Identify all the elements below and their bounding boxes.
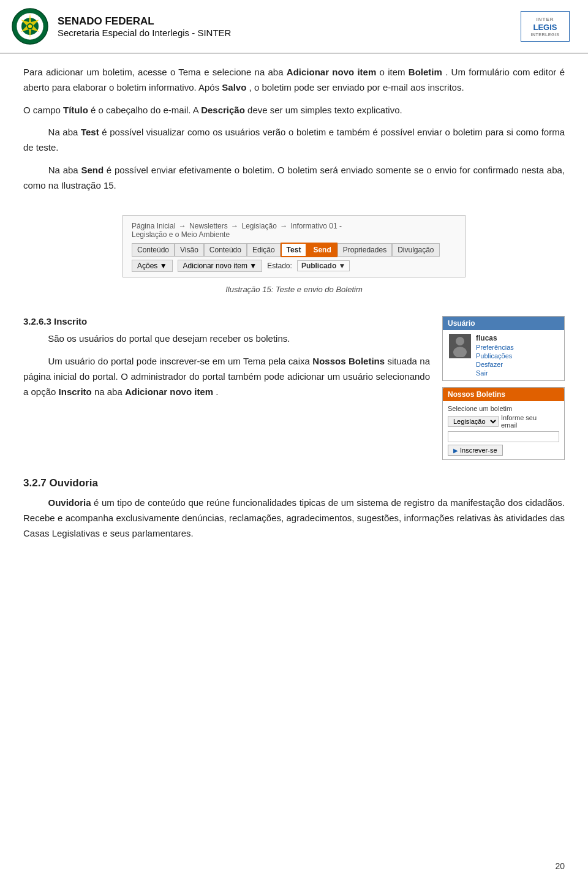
tab-edicao[interactable]: Edição (247, 243, 281, 257)
p2-text-3: deve ser um simples texto explicativo. (247, 105, 402, 115)
p3-bold-test: Test (81, 127, 99, 137)
state-value[interactable]: Publicado ▼ (297, 260, 350, 271)
tab-conteudo-1[interactable]: Conteúdo (132, 243, 175, 257)
breadcrumb-arrow-3: → (280, 222, 289, 230)
p2-bold-titulo: Título (63, 105, 88, 115)
svg-point-7 (453, 347, 467, 357)
breadcrumb-bar: Página Inicial → Newsletters → Legislaçã… (132, 222, 456, 239)
s326-bold-nossos-boletins: Nossos Boletins (312, 356, 385, 366)
page-header: SENADO FEDERAL Secretaria Especial do In… (0, 0, 588, 54)
avatar-icon (451, 335, 469, 357)
user-link-preferencias[interactable]: Preferências (476, 344, 514, 351)
main-content: Para adicionar um boletim, acesse o Tema… (0, 65, 588, 541)
boletins-body: Selecione um boletim Legislação Informe … (443, 401, 564, 459)
user-link-desfazer[interactable]: Desfazer (476, 361, 514, 368)
paragraph-4: Na aba Send é possível enviar efetivamen… (23, 163, 565, 194)
boletins-email-input[interactable] (448, 431, 559, 442)
illustration-15-container: Página Inicial → Newsletters → Legislaçã… (23, 200, 565, 305)
header-title-main: SENADO FEDERAL (58, 15, 231, 28)
p4-text-1: Na aba (48, 165, 81, 175)
p1-bold-salvo: Salvo (222, 82, 246, 92)
boletins-select-label: Selecione um boletim (448, 405, 559, 412)
boletins-widget: Nossos Boletins Selecione um boletim Leg… (442, 387, 565, 460)
boletins-header: Nossos Boletins (443, 388, 564, 401)
header-titles: SENADO FEDERAL Secretaria Especial do In… (58, 15, 231, 38)
section-327-p1: Ouvidoria é um tipo de conteúdo que reún… (23, 496, 565, 541)
header-left: SENADO FEDERAL Secretaria Especial do In… (11, 7, 231, 45)
tab-conteudo-2[interactable]: Conteúdo (204, 243, 247, 257)
s326-bold-inscrito: Inscrito (59, 386, 92, 397)
p4-text-2: é possível enviar efetivamente o boletim… (23, 165, 565, 190)
state-label: Estado: (267, 262, 292, 270)
user-widget-header: Usuário (443, 317, 564, 330)
svg-point-5 (28, 24, 32, 28)
svg-point-6 (456, 337, 464, 345)
interlegis-bottom-text: INTERLEGIS (530, 32, 559, 37)
tab-bar: Conteúdo Visão Conteúdo Edição Test Send… (132, 243, 456, 257)
s326-p1-text: São os usuários do portal que desejam re… (48, 333, 290, 344)
user-widget-body: flucas Preferências Publicações Desfazer… (443, 330, 564, 380)
tab-test[interactable]: Test (281, 243, 307, 257)
header-title-sub: Secretaria Especial do Interlegis - SINT… (58, 28, 231, 38)
breadcrumb-arrow-2: → (231, 222, 240, 230)
user-link-sair[interactable]: Sair (476, 369, 514, 377)
senado-logo (11, 7, 49, 45)
breadcrumb-arrow-1: → (179, 222, 188, 230)
boletins-subscribe-label: Inscrever-se (460, 447, 497, 454)
section-326: 3.2.6.3 Inscrito São os usuários do port… (23, 316, 565, 460)
paragraph-2: O campo Título é o cabeçalho do e-mail. … (23, 103, 565, 118)
p2-bold-descricao: Descrição (201, 105, 245, 115)
s326-p2-text-4: . (216, 386, 218, 397)
user-avatar (449, 334, 471, 358)
boletins-subscribe-btn[interactable]: ▶ Inscrever-se (448, 445, 503, 456)
interlegis-top-text: INTER (537, 17, 554, 22)
page-number: 20 (555, 861, 565, 871)
breadcrumb-home: Página Inicial (132, 222, 175, 230)
boletins-select[interactable]: Legislação (448, 416, 499, 427)
tab-divulgacao[interactable]: Divulgação (392, 243, 439, 257)
breadcrumb-subtitle: Legislação e o Meio Ambiente (132, 230, 230, 239)
section-326-heading: 3.2.6.3 Inscrito (23, 316, 430, 326)
breadcrumb-newsletters: Newsletters (189, 222, 228, 230)
section-326-p2: Um usuário do portal pode inscrever-se e… (23, 354, 430, 399)
user-links: flucas Preferências Publicações Desfazer… (476, 334, 514, 377)
p1-bold-boletim: Boletim (409, 67, 442, 77)
s326-p2-text-1: Um usuário do portal pode inscrever-se e… (48, 356, 312, 366)
paragraph-3: Na aba Test é possível visualizar como o… (23, 125, 565, 156)
s327-p1-text: é um tipo de conteúdo que reúne funciona… (23, 497, 565, 538)
interlegis-mid-text: LEGIS (533, 23, 557, 32)
p1-text-4: , o boletim pode ser enviado por e-mail … (249, 82, 464, 92)
section-326-sidebar: Usuário flucas Preferências Publicações … (442, 316, 565, 460)
illustration-15-box: Página Inicial → Newsletters → Legislaçã… (123, 215, 466, 277)
section-327: 3.2.7 Ouvidoria Ouvidoria é um tipo de c… (23, 477, 565, 541)
p4-bold-send: Send (81, 165, 104, 175)
interlegis-logo: INTER LEGIS INTERLEGIS (521, 11, 570, 42)
p3-text-2: é possível visualizar como os usuários v… (23, 127, 565, 153)
user-name: flucas (476, 334, 514, 342)
section-327-heading: 3.2.7 Ouvidoria (23, 477, 565, 489)
breadcrumb-informativo: Informativo 01 - (291, 222, 342, 230)
user-link-publicacoes[interactable]: Publicações (476, 352, 514, 360)
user-widget: Usuário flucas Preferências Publicações … (442, 316, 565, 381)
tab-visao[interactable]: Visão (175, 243, 204, 257)
breadcrumb-legislacao: Legislação (241, 222, 276, 230)
illustration-caption: Ilustração 15: Teste e envio do Boletim (225, 285, 363, 294)
s326-p2-text-3: na aba (94, 386, 125, 397)
s326-bold-adicionar: Adicionar novo item (125, 386, 213, 397)
adicionar-novo-item-button[interactable]: Adicionar novo item ▼ (178, 260, 263, 272)
p1-bold-adicionar: Adicionar novo item (287, 67, 376, 77)
boletins-select-row: Legislação Informe seuemail (448, 414, 559, 429)
paragraph-1: Para adicionar um boletim, acesse o Tema… (23, 65, 565, 96)
tab-propriedades[interactable]: Propriedades (337, 243, 392, 257)
p2-text-2: é o cabeçalho do e-mail. A (91, 105, 201, 115)
s327-bold-ouvidoria: Ouvidoria (48, 497, 91, 508)
boletins-email-prompt: Informe seuemail (501, 414, 537, 429)
subscribe-icon: ▶ (453, 447, 458, 454)
section-326-p1: São os usuários do portal que desejam re… (23, 331, 430, 347)
p1-text: Para adicionar um boletim, acesse o Tema… (23, 67, 287, 77)
p3-text-1: Na aba (48, 127, 81, 137)
tab-send[interactable]: Send (307, 243, 337, 257)
p2-text-1: O campo (23, 105, 63, 115)
acoes-button[interactable]: Ações ▼ (132, 260, 173, 272)
p1-text-2: o item (380, 67, 409, 77)
